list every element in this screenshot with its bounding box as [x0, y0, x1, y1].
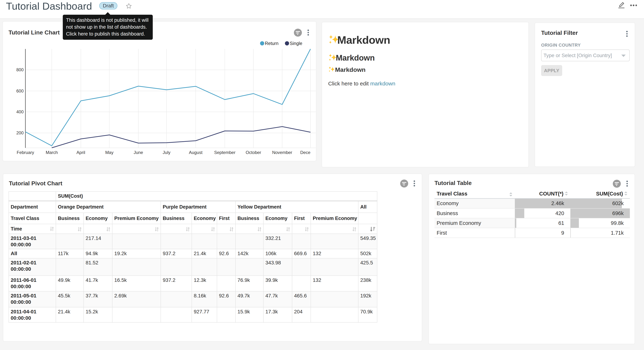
svg-text:Single: Single — [290, 41, 302, 46]
svg-text:July: July — [163, 150, 170, 155]
svg-text:April: April — [76, 150, 85, 155]
svg-text:June: June — [134, 150, 143, 155]
svg-text:February: February — [17, 150, 34, 155]
svg-text:May: May — [105, 150, 114, 155]
svg-text:400: 400 — [16, 109, 24, 114]
svg-text:March: March — [46, 150, 58, 155]
svg-text:200: 200 — [16, 130, 24, 135]
svg-text:October: October — [246, 150, 261, 155]
svg-text:November: November — [272, 150, 292, 155]
svg-text:September: September — [214, 150, 235, 155]
svg-text:August: August — [189, 150, 202, 155]
svg-text:Return: Return — [265, 41, 278, 46]
svg-text:600: 600 — [16, 88, 24, 94]
svg-text:Dece: Dece — [300, 150, 310, 155]
svg-text:800: 800 — [16, 67, 24, 72]
